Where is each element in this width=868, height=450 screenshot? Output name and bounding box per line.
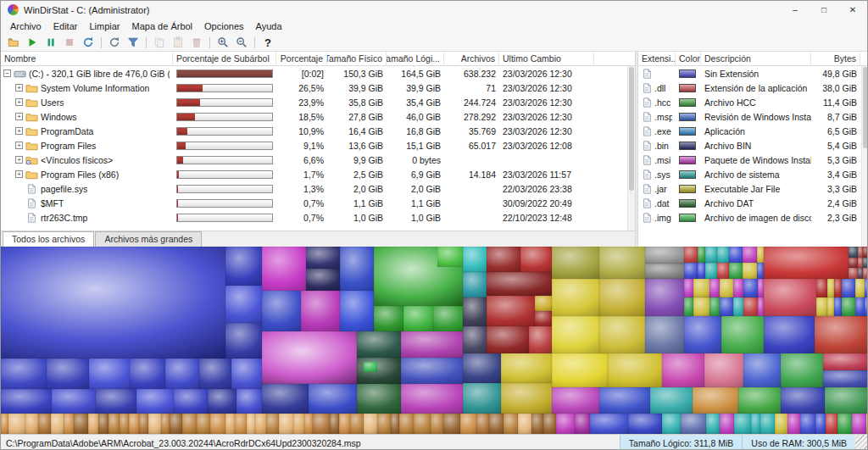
treemap-block[interactable] (733, 279, 743, 297)
treemap-block[interactable] (1, 414, 8, 434)
treemap-block[interactable] (236, 389, 262, 414)
treemap-block[interactable] (520, 247, 552, 272)
treemap-block[interactable] (590, 414, 628, 434)
minimize-button[interactable]: – (781, 1, 810, 19)
treemap-block[interactable] (734, 414, 751, 434)
treemap-block[interactable] (827, 279, 834, 297)
tab-todos-los-archivos[interactable]: Todos los archivos (3, 231, 94, 247)
treemap-block[interactable] (863, 258, 867, 269)
scrollbar-thumb[interactable] (629, 67, 634, 191)
treemap-block[interactable] (225, 286, 262, 323)
column-header[interactable]: Tamaño Físico (327, 52, 387, 65)
open-folder-button[interactable] (5, 35, 22, 50)
treemap-block[interactable] (364, 362, 377, 372)
treemap-block[interactable] (38, 414, 50, 434)
zoom-in-button[interactable] (214, 35, 231, 50)
treemap-block[interactable] (501, 353, 552, 383)
treemap-block[interactable] (401, 331, 463, 358)
treemap-block[interactable] (552, 279, 599, 316)
treemap-block[interactable] (684, 279, 693, 297)
treemap-block[interactable] (197, 414, 210, 434)
treemap-block[interactable] (743, 279, 758, 297)
treemap-block[interactable] (645, 264, 684, 279)
column-header[interactable]: Tamaño Lógi... (387, 52, 444, 65)
treemap-block[interactable] (575, 414, 590, 434)
treemap-block[interactable] (855, 297, 865, 316)
treemap-block[interactable] (129, 414, 138, 434)
treemap-block[interactable] (535, 311, 552, 326)
menu-item[interactable]: Opciones (198, 19, 249, 33)
treemap-block[interactable] (255, 414, 266, 434)
treemap-block[interactable] (705, 247, 717, 263)
treemap-block[interactable] (823, 353, 867, 370)
tree-row[interactable]: rtr263C.tmp0,7%1,0 GiB1,0 GiB22/10/2023 … (1, 210, 635, 225)
treemap-block[interactable] (645, 247, 684, 264)
treemap-block[interactable] (552, 387, 599, 414)
treemap-block[interactable] (827, 297, 834, 316)
treemap-block[interactable] (225, 323, 262, 358)
treemap-block[interactable] (717, 263, 729, 279)
treemap-block[interactable] (208, 389, 236, 414)
treemap-block[interactable] (330, 414, 339, 434)
column-header[interactable]: Porcentaje (276, 52, 327, 65)
treemap-block[interactable] (130, 358, 165, 389)
play-button[interactable] (24, 35, 41, 50)
treemap-block[interactable] (849, 258, 858, 269)
treemap-block[interactable] (865, 279, 867, 297)
zoom-out-button[interactable] (233, 35, 250, 50)
treemap-block[interactable] (463, 326, 487, 353)
treemap-block[interactable] (834, 297, 842, 316)
treemap-block[interactable] (340, 291, 374, 331)
treemap-block[interactable] (431, 414, 444, 434)
treemap-block[interactable] (743, 297, 758, 316)
scrollbar-thumb[interactable] (863, 67, 868, 148)
treemap-block[interactable] (698, 247, 705, 263)
treemap-block[interactable] (628, 414, 662, 434)
treemap-block[interactable] (262, 384, 309, 414)
column-header[interactable]: Archivos (444, 52, 499, 65)
treemap-block[interactable] (849, 268, 858, 279)
treemap-block[interactable] (729, 247, 743, 263)
treemap-block[interactable] (863, 268, 867, 279)
refresh-button[interactable] (80, 35, 97, 50)
treemap-block[interactable] (399, 414, 413, 434)
treemap-block[interactable] (693, 279, 709, 297)
treemap-block[interactable] (374, 306, 403, 331)
treemap-block[interactable] (148, 414, 161, 434)
column-header[interactable]: Ultimo Cambio (499, 52, 594, 65)
treemap-block[interactable] (108, 414, 119, 434)
treemap-block[interactable] (350, 414, 364, 434)
treemap-block[interactable] (681, 414, 706, 434)
treemap-block[interactable] (758, 279, 764, 297)
treemap-block[interactable] (800, 414, 815, 434)
treemap-block[interactable] (199, 358, 231, 389)
treemap-block[interactable] (231, 358, 262, 389)
column-header[interactable]: Color (676, 52, 701, 65)
column-header[interactable]: Porcentaje de Subárbol (173, 52, 276, 65)
treemap-block[interactable] (64, 414, 74, 434)
treemap-block[interactable] (139, 414, 148, 434)
treemap-block[interactable] (781, 353, 823, 387)
treemap-block[interactable] (247, 414, 255, 434)
extension-row[interactable]: .binArchivo BIN5,4 GiB (638, 138, 868, 153)
tree-row[interactable]: pagefile.sys1,3%2,0 GiB2,0 GiB22/03/2026… (1, 181, 635, 196)
treemap-block[interactable] (339, 414, 350, 434)
treemap-block[interactable] (720, 297, 733, 316)
treemap-block[interactable] (816, 279, 827, 297)
filter-button[interactable] (125, 35, 142, 50)
treemap-block[interactable] (662, 353, 704, 387)
treemap-block[interactable] (262, 291, 301, 331)
treemap-block[interactable] (662, 414, 681, 434)
treemap-block[interactable] (863, 247, 867, 258)
treemap-block[interactable] (709, 297, 720, 316)
treemap-block[interactable] (720, 414, 734, 434)
treemap-block[interactable] (476, 414, 489, 434)
tab-archivos-m-s-grandes[interactable]: Archivos más grandes (95, 231, 202, 247)
menu-item[interactable]: Archivo (4, 19, 47, 33)
treemap-block[interactable] (1, 247, 225, 358)
maximize-button[interactable]: □ (810, 1, 838, 19)
treemap-block[interactable] (266, 414, 278, 434)
treemap-block[interactable] (733, 297, 743, 316)
treemap-block[interactable] (599, 247, 645, 279)
tree-row[interactable]: +<Vínculos físicos>6,6%9,9 GiB0 bytes (1, 153, 635, 167)
